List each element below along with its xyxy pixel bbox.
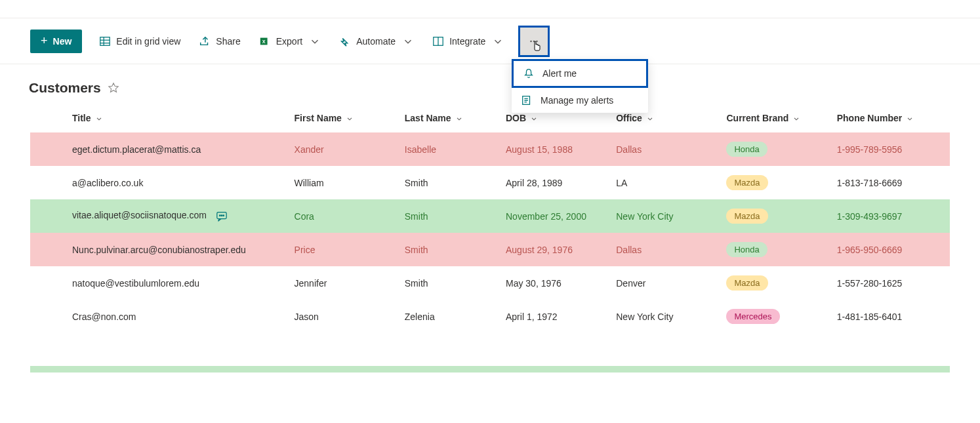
cell-title[interactable]: vitae.aliquet@sociisnatoque.com <box>30 199 288 233</box>
grid-icon <box>99 35 111 47</box>
share-icon <box>199 35 211 47</box>
cell-office: New York City <box>609 199 720 233</box>
manage-alerts-label: Manage my alerts <box>541 95 613 106</box>
topbar-spacer <box>0 0 980 18</box>
cell-last-name: Smith <box>398 266 499 300</box>
cell-first-name: Jennifer <box>288 266 398 300</box>
edit-grid-label: Edit in grid view <box>116 36 180 47</box>
automate-label: Automate <box>356 36 396 47</box>
manage-alerts-icon <box>521 94 533 106</box>
alert-me-label: Alert me <box>542 68 577 79</box>
table-header-row: Title First Name Last Name DOB Office Cu… <box>30 104 950 132</box>
bell-icon <box>523 68 535 79</box>
ellipsis-icon <box>528 35 540 47</box>
cell-brand: Mercedes <box>720 300 830 333</box>
cell-title[interactable]: a@aclibero.co.uk <box>30 166 288 199</box>
table-row[interactable]: Cras@non.comJasonZeleniaApril 1, 1972New… <box>30 300 950 333</box>
automate-button[interactable]: Automate <box>331 30 422 53</box>
manage-alerts-menu-item[interactable]: Manage my alerts <box>512 88 648 113</box>
col-last-name[interactable]: Last Name <box>398 104 499 132</box>
integrate-icon <box>432 35 444 47</box>
cell-office: LA <box>609 166 720 199</box>
cell-first-name: Xander <box>288 132 398 166</box>
cell-office: New York City <box>609 300 720 333</box>
cell-office: Denver <box>609 266 720 300</box>
cell-title[interactable]: Cras@non.com <box>30 300 288 333</box>
integrate-label: Integrate <box>449 36 485 47</box>
page-title: Customers <box>29 80 101 96</box>
cell-phone: 1-481-185-6401 <box>830 300 950 333</box>
chevron-down-icon <box>95 115 103 123</box>
brand-pill: Honda <box>726 242 767 257</box>
more-actions-button[interactable] <box>518 26 550 57</box>
excel-icon: X <box>259 35 271 47</box>
cell-last-name: Smith <box>398 199 499 233</box>
share-button[interactable]: Share <box>191 30 248 53</box>
export-button[interactable]: X Export <box>251 30 329 53</box>
cell-office: Dallas <box>609 132 720 166</box>
cell-last-name: Isabelle <box>398 132 499 166</box>
cell-title[interactable]: eget.dictum.placerat@mattis.ca <box>30 132 288 166</box>
comment-icon[interactable] <box>216 210 228 220</box>
export-label: Export <box>276 36 302 47</box>
integrate-button[interactable]: Integrate <box>424 30 512 53</box>
col-first-name[interactable]: First Name <box>288 104 398 132</box>
cell-brand: Mazda <box>720 266 830 300</box>
footer-bar <box>30 366 950 373</box>
cell-dob: May 30, 1976 <box>499 266 609 300</box>
svg-point-9 <box>533 40 535 42</box>
svg-point-13 <box>219 214 220 216</box>
cell-last-name: Zelenia <box>398 300 499 333</box>
cell-office: Dallas <box>609 233 720 266</box>
chevron-down-icon <box>402 35 414 47</box>
table-row[interactable]: eget.dictum.placerat@mattis.caXanderIsab… <box>30 132 950 166</box>
item-link[interactable]: a@aclibero.co.uk <box>72 178 143 188</box>
chevron-down-icon <box>792 115 800 123</box>
chevron-down-icon <box>530 115 538 123</box>
col-title[interactable]: Title <box>30 104 288 132</box>
star-outline-icon[interactable] <box>108 82 119 94</box>
cell-dob: April 1, 1972 <box>499 300 609 333</box>
share-label: Share <box>216 36 240 47</box>
cell-title[interactable]: natoque@vestibulumlorem.edu <box>30 266 288 300</box>
chevron-down-icon <box>906 115 914 123</box>
item-link[interactable]: vitae.aliquet@sociisnatoque.com <box>72 210 207 220</box>
cell-phone: 1-995-789-5956 <box>830 132 950 166</box>
cell-first-name: Price <box>288 233 398 266</box>
table-row[interactable]: natoque@vestibulumlorem.eduJenniferSmith… <box>30 266 950 300</box>
cell-dob: April 28, 1989 <box>499 166 609 199</box>
svg-point-14 <box>221 214 222 216</box>
item-link[interactable]: Cras@non.com <box>72 312 136 322</box>
new-button[interactable]: + New <box>30 30 82 53</box>
brand-pill: Honda <box>726 142 767 157</box>
col-current-brand[interactable]: Current Brand <box>720 104 830 132</box>
cell-phone: 1-557-280-1625 <box>830 266 950 300</box>
cell-phone: 1-965-950-6669 <box>830 233 950 266</box>
svg-point-10 <box>537 40 539 42</box>
cell-phone: 1-813-718-6669 <box>830 166 950 199</box>
cell-dob: August 15, 1988 <box>499 132 609 166</box>
item-link[interactable]: natoque@vestibulumlorem.edu <box>72 278 199 289</box>
alert-me-menu-item[interactable]: Alert me <box>512 59 648 88</box>
item-link[interactable]: Nunc.pulvinar.arcu@conubianostraper.edu <box>72 245 246 255</box>
cell-title[interactable]: Nunc.pulvinar.arcu@conubianostraper.edu <box>30 233 288 266</box>
cell-brand: Honda <box>720 132 830 166</box>
cell-first-name: Jason <box>288 300 398 333</box>
edit-grid-button[interactable]: Edit in grid view <box>91 30 188 53</box>
col-phone[interactable]: Phone Number <box>830 104 950 132</box>
svg-point-15 <box>223 214 224 216</box>
new-button-label: New <box>53 36 72 47</box>
cell-brand: Mazda <box>720 166 830 199</box>
table-row[interactable]: a@aclibero.co.ukWilliamSmithApril 28, 19… <box>30 166 950 199</box>
table-container: Title First Name Last Name DOB Office Cu… <box>0 104 980 333</box>
table-row[interactable]: Nunc.pulvinar.arcu@conubianostraper.eduP… <box>30 233 950 266</box>
table-row[interactable]: vitae.aliquet@sociisnatoque.comCoraSmith… <box>30 199 950 233</box>
cell-dob: August 29, 1976 <box>499 233 609 266</box>
brand-pill: Mazda <box>726 175 767 190</box>
customers-table: Title First Name Last Name DOB Office Cu… <box>30 104 950 333</box>
cell-last-name: Smith <box>398 166 499 199</box>
automate-icon <box>339 35 351 47</box>
cell-brand: Honda <box>720 233 830 266</box>
item-link[interactable]: eget.dictum.placerat@mattis.ca <box>72 144 201 155</box>
svg-rect-0 <box>100 37 110 45</box>
